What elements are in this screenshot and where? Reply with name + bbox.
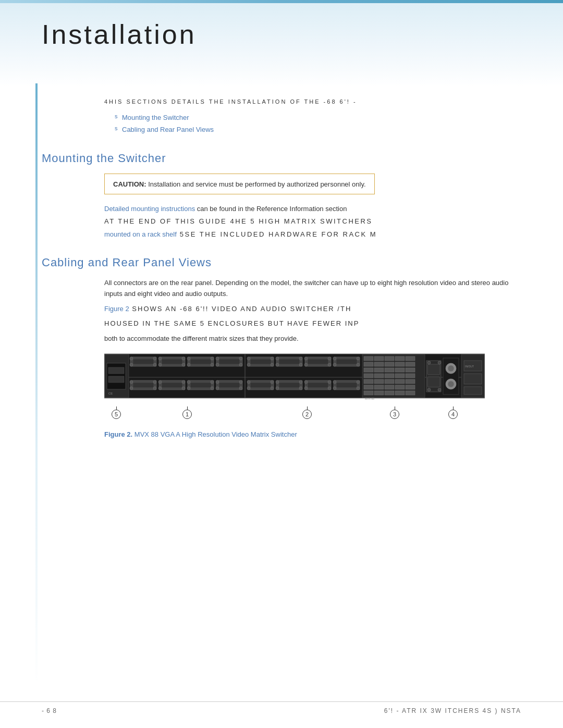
svg-point-16 <box>158 363 162 366</box>
svg-rect-123 <box>395 374 405 378</box>
circle-num-1: 1 <box>182 410 192 419</box>
figure-ref-line3: both to accommodate the different matrix… <box>104 334 521 344</box>
svg-rect-3 <box>108 367 124 374</box>
svg-point-17 <box>182 363 185 366</box>
svg-rect-106 <box>374 356 384 361</box>
svg-point-101 <box>357 380 360 384</box>
svg-point-88 <box>276 380 279 384</box>
svg-point-76 <box>216 380 219 384</box>
svg-point-36 <box>271 363 274 366</box>
svg-rect-142 <box>427 377 440 387</box>
svg-rect-134 <box>406 385 415 389</box>
label-2: 2 <box>302 406 312 419</box>
svg-rect-44 <box>308 359 328 364</box>
svg-point-46 <box>328 357 331 360</box>
svg-rect-93 <box>308 382 328 388</box>
svg-rect-38 <box>279 359 300 364</box>
cabling-section: Cabling and Rear Panel Views All connect… <box>42 256 521 438</box>
page-title: Installation <box>42 19 197 50</box>
svg-rect-110 <box>364 362 373 366</box>
svg-rect-122 <box>385 374 394 378</box>
bullet-cabling: Cabling and Rear Panel Views <box>115 124 521 135</box>
footer-title: 6'! - ATR IX 3W ITCHERS 4s ) NSTA <box>384 707 521 714</box>
svg-text:IN/OUT: IN/OUT <box>465 365 474 368</box>
svg-rect-135 <box>364 391 373 395</box>
svg-rect-118 <box>395 368 405 372</box>
main-content: 4HIS SECTIONS DETAILS THE INSTALLATION O… <box>0 87 563 480</box>
mounting-spaced-line2: mounted on a rack shelf 5SE THE INCLUDED… <box>104 229 521 240</box>
figure-caption-label: Figure 2. <box>104 430 132 438</box>
svg-rect-119 <box>406 368 415 372</box>
svg-rect-99 <box>336 382 357 388</box>
cabling-para1: All connectors are on the rear panel. De… <box>104 278 521 300</box>
svg-point-54 <box>357 363 360 366</box>
label-5: 5 <box>112 406 121 419</box>
svg-point-33 <box>247 357 250 360</box>
mounting-link[interactable]: Mounting the Switcher <box>122 114 189 121</box>
svg-point-14 <box>158 357 162 360</box>
cabling-link[interactable]: Cabling and Rear Panel Views <box>122 126 214 133</box>
svg-rect-126 <box>374 379 384 384</box>
svg-rect-32 <box>250 359 271 364</box>
svg-point-41 <box>276 363 279 366</box>
svg-point-47 <box>304 363 308 366</box>
svg-rect-63 <box>162 382 182 388</box>
svg-point-29 <box>239 363 242 366</box>
intro-bullet-list: Mounting the Switcher Cabling and Rear P… <box>104 112 521 136</box>
svg-point-28 <box>216 363 219 366</box>
circle-num-4: 4 <box>448 410 458 419</box>
svg-point-102 <box>333 387 336 390</box>
svg-rect-120 <box>364 374 373 378</box>
svg-point-42 <box>299 363 302 366</box>
svg-point-83 <box>271 380 274 384</box>
svg-rect-133 <box>395 385 405 389</box>
svg-point-82 <box>247 380 250 384</box>
caution-box: CAUTION: Installation and service must b… <box>104 174 375 194</box>
detailed-instructions-link[interactable]: Detailed mounting instructions <box>104 205 195 213</box>
svg-rect-141 <box>427 364 440 375</box>
svg-rect-125 <box>364 379 373 384</box>
svg-rect-81 <box>250 382 271 388</box>
figure-caption-text: Figure 2. MVX 88 VGA A High Resolution V… <box>104 430 521 438</box>
top-row-vga-group-1 <box>130 357 156 366</box>
svg-point-11 <box>153 363 156 366</box>
svg-point-8 <box>130 357 133 360</box>
svg-point-70 <box>187 380 190 384</box>
svg-point-48 <box>328 363 331 366</box>
footer-page-num: - 6 8 <box>42 707 57 714</box>
svg-point-79 <box>239 387 242 390</box>
svg-rect-138 <box>395 391 405 395</box>
svg-point-9 <box>153 357 156 360</box>
svg-point-145 <box>427 388 431 391</box>
svg-point-26 <box>216 357 219 360</box>
svg-rect-115 <box>364 368 373 372</box>
svg-rect-128 <box>395 379 405 384</box>
svg-point-20 <box>187 357 190 360</box>
svg-point-23 <box>211 363 214 366</box>
svg-point-89 <box>299 380 302 384</box>
svg-rect-13 <box>162 359 182 364</box>
svg-point-95 <box>328 380 331 384</box>
rack-shelf-link[interactable]: mounted on a rack shelf <box>104 230 177 238</box>
svg-rect-127 <box>385 379 394 384</box>
svg-rect-107 <box>385 356 394 361</box>
svg-rect-156 <box>464 387 482 394</box>
svg-rect-25 <box>219 359 240 364</box>
svg-point-45 <box>304 357 308 360</box>
svg-rect-155 <box>464 374 482 384</box>
mounting-text-block: Detailed mounting instructions can be fo… <box>42 204 521 240</box>
svg-point-100 <box>333 380 336 384</box>
svg-rect-130 <box>364 385 373 389</box>
numbered-labels-row: 5 1 2 3 <box>104 406 485 420</box>
header-bg: Installation <box>0 3 563 87</box>
svg-text:CE: CE <box>108 392 113 395</box>
svg-rect-108 <box>395 356 405 361</box>
svg-rect-137 <box>385 391 394 395</box>
cabling-text-block: All connectors are on the rear panel. De… <box>42 278 521 344</box>
svg-point-59 <box>153 380 156 384</box>
svg-point-22 <box>187 363 190 366</box>
caution-label: CAUTION: <box>113 180 146 188</box>
svg-rect-129 <box>406 379 415 384</box>
svg-point-78 <box>216 387 219 390</box>
svg-point-144 <box>438 361 441 364</box>
